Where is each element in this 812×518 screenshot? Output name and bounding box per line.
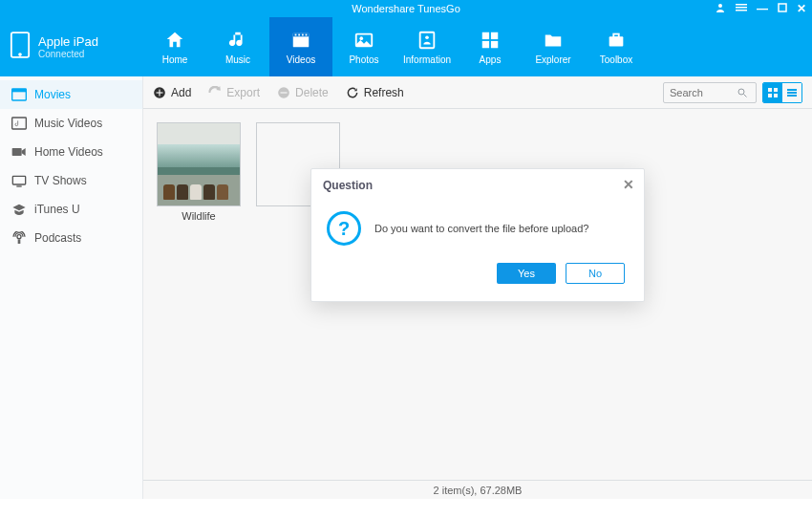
svg-rect-19	[482, 40, 489, 47]
user-icon[interactable]	[715, 2, 726, 16]
svg-rect-11	[302, 33, 304, 35]
content-area: Add Export Delete Refresh	[143, 76, 812, 499]
svg-rect-3	[736, 10, 747, 11]
tab-home[interactable]: Home	[143, 17, 206, 76]
tab-toolbox[interactable]: Toolbox	[585, 17, 648, 76]
device-ipad-icon	[10, 31, 31, 63]
svg-rect-22	[613, 33, 619, 37]
question-icon: ?	[327, 211, 361, 246]
svg-point-6	[19, 54, 21, 55]
sidebar-item-label: iTunes U	[34, 203, 80, 216]
sidebar-item-music-videos[interactable]: Music Videos	[0, 109, 142, 138]
sidebar-item-itunes-u[interactable]: iTunes U	[0, 195, 142, 224]
titlebar: Wondershare TunesGo — ✕	[0, 0, 812, 17]
svg-rect-26	[12, 148, 22, 156]
svg-rect-18	[491, 32, 498, 38]
tab-information[interactable]: Information	[395, 17, 459, 76]
svg-rect-17	[482, 32, 489, 38]
svg-rect-2	[736, 7, 747, 9]
device-name: Apple iPad	[38, 34, 98, 49]
device-panel[interactable]: Apple iPad Connected	[0, 17, 143, 76]
svg-point-29	[17, 235, 21, 239]
svg-rect-15	[420, 32, 435, 48]
svg-rect-10	[298, 33, 300, 35]
tab-music[interactable]: Music	[206, 17, 269, 76]
svg-rect-25	[12, 118, 27, 129]
svg-rect-9	[295, 33, 297, 35]
svg-rect-30	[18, 239, 21, 244]
dialog-backdrop: Question ✕ ? Do you want to convert the …	[143, 76, 812, 499]
svg-rect-20	[491, 40, 498, 47]
header: Apple iPad Connected Home Music Videos P…	[0, 17, 812, 76]
minimize-icon[interactable]: —	[757, 2, 768, 15]
sidebar-item-label: Podcasts	[34, 231, 81, 245]
sidebar-item-label: Home Videos	[34, 145, 103, 159]
svg-rect-1	[736, 4, 747, 6]
close-icon[interactable]: ✕	[797, 2, 806, 15]
svg-rect-12	[306, 33, 308, 35]
tab-photos[interactable]: Photos	[332, 17, 395, 76]
no-button[interactable]: No	[566, 263, 625, 284]
sidebar-item-label: TV Shows	[34, 174, 87, 187]
sidebar-item-podcasts[interactable]: Podcasts	[0, 224, 142, 252]
svg-rect-27	[12, 176, 25, 184]
svg-rect-4	[779, 4, 786, 11]
sidebar-item-tv-shows[interactable]: TV Shows	[0, 166, 142, 195]
yes-button[interactable]: Yes	[497, 263, 556, 284]
svg-point-16	[425, 35, 429, 39]
sidebar: Movies Music Videos Home Videos TV Shows…	[0, 76, 143, 499]
maximize-icon[interactable]	[778, 2, 787, 15]
nav-tabs: Home Music Videos Photos Information App…	[143, 17, 648, 76]
dialog-close-icon[interactable]: ✕	[623, 177, 634, 192]
tab-videos[interactable]: Videos	[269, 17, 332, 76]
sidebar-item-label: Movies	[34, 88, 71, 101]
sidebar-item-movies[interactable]: Movies	[0, 80, 142, 109]
tab-explorer[interactable]: Explorer	[522, 17, 585, 76]
svg-point-0	[718, 4, 722, 8]
question-dialog: Question ✕ ? Do you want to convert the …	[310, 168, 645, 302]
app-title: Wondershare TunesGo	[352, 3, 460, 14]
svg-point-14	[359, 36, 363, 40]
dialog-message: Do you want to convert the file before u…	[374, 223, 588, 234]
dialog-title: Question	[323, 179, 373, 192]
sidebar-item-label: Music Videos	[34, 117, 102, 130]
device-status: Connected	[38, 49, 98, 59]
svg-rect-24	[12, 89, 27, 92]
sidebar-item-home-videos[interactable]: Home Videos	[0, 138, 142, 166]
tab-apps[interactable]: Apps	[459, 17, 522, 76]
menu-icon[interactable]	[736, 2, 747, 16]
